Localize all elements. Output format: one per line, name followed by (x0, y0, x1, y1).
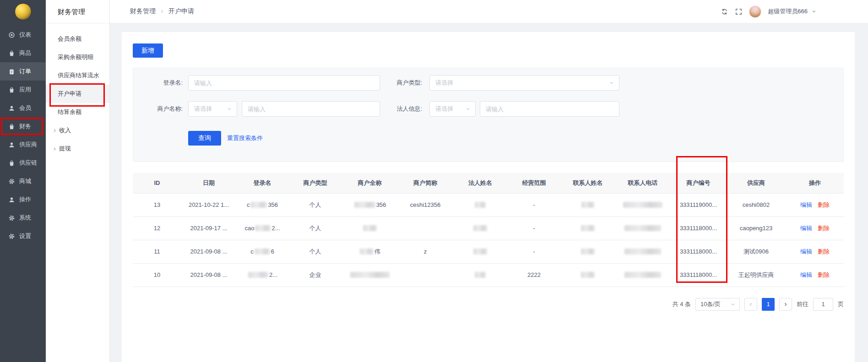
chevron-down-icon[interactable] (811, 9, 817, 14)
cell-text: 王起明供应商 (738, 271, 774, 278)
table-cell (561, 216, 615, 240)
submenu-item-开户申请[interactable]: 开户申请 (46, 85, 109, 103)
table-cell (615, 216, 671, 240)
column-header-商户简称: 商户简称 (397, 173, 453, 193)
edit-link[interactable]: 编辑 (800, 248, 812, 255)
chevron-right-icon (159, 9, 165, 14)
submenu-item-供应商结算流水[interactable]: 供应商结算流水 (46, 66, 109, 85)
top-header: 财务管理 开户申请 超级管理员666 (110, 0, 868, 23)
table-cell: 356 (342, 193, 397, 216)
table-cell: 12 (133, 216, 181, 240)
submenu-item-提现[interactable]: 提现 (46, 140, 109, 158)
next-page-button[interactable] (779, 298, 792, 311)
sidebar-item-财务[interactable]: 财务 (0, 117, 46, 135)
user-name[interactable]: 超级管理员666 (768, 7, 808, 16)
redacted-text (473, 225, 487, 231)
page-size-select[interactable]: 10条/页 (695, 298, 740, 311)
table-cell: 2222 (507, 263, 561, 286)
gear-icon (8, 233, 15, 240)
user-icon (8, 141, 15, 148)
sidebar-item-label: 操作 (19, 195, 31, 204)
column-header-ID: ID (133, 173, 181, 193)
app-root: 仪表商品订单应用会员财务供应商供应链商城操作系统设置 财务管理 会员余额采购余额… (0, 0, 868, 362)
legal-info-select[interactable]: 请选择 (429, 101, 476, 117)
merchant-type-select[interactable]: 请选择 (429, 75, 619, 91)
delete-link[interactable]: 删除 (818, 271, 830, 278)
edit-link[interactable]: 编辑 (800, 201, 812, 208)
column-header-商户全称: 商户全称 (342, 173, 397, 193)
redacted-text (360, 249, 374, 254)
cell-text: 2021-09-17 ... (190, 225, 228, 232)
sidebar-item-供应链[interactable]: 供应链 (0, 154, 46, 172)
primary-sidebar: 仪表商品订单应用会员财务供应商供应链商城操作系统设置 (0, 0, 46, 362)
cell-text: - (533, 248, 535, 255)
applications-table: ID日期登录名商户类型商户全称商户简称法人姓名经营范围联系人姓名联系人电话商户编… (133, 173, 844, 287)
cell-text: 3331119000... (680, 201, 717, 208)
sidebar-item-系统[interactable]: 系统 (0, 209, 46, 227)
submenu-item-采购余额明细[interactable]: 采购余额明细 (46, 48, 109, 66)
submenu-item-会员余额[interactable]: 会员余额 (46, 30, 109, 48)
delete-link[interactable]: 删除 (818, 225, 830, 232)
cell-text: - (533, 225, 535, 232)
submenu-item-收入[interactable]: 收入 (46, 121, 109, 140)
redacted-text (623, 202, 662, 208)
sidebar-item-label: 仪表 (19, 31, 31, 39)
sidebar-item-label: 会员 (19, 104, 31, 112)
delete-link[interactable]: 删除 (818, 201, 830, 208)
filter-panel: 登录名: 商户类型: 请选择 商户名称: 请选择 (133, 68, 844, 162)
redacted-text (250, 202, 267, 208)
cell-text: ceshi0802 (743, 201, 770, 208)
table-cell: 10 (133, 263, 181, 286)
column-header-商户编号: 商户编号 (671, 173, 726, 193)
sidebar-item-仪表[interactable]: 仪表 (0, 26, 46, 44)
refresh-icon[interactable] (721, 8, 728, 16)
sidebar-item-操作[interactable]: 操作 (0, 190, 46, 209)
header-actions: 超级管理员666 (721, 5, 817, 18)
edit-link[interactable]: 编辑 (800, 225, 812, 232)
delete-link[interactable]: 删除 (818, 248, 830, 255)
sidebar-item-商城[interactable]: 商城 (0, 172, 46, 190)
chevron-down-icon (227, 106, 232, 112)
submenu-item-label: 采购余额明细 (58, 53, 93, 61)
sidebar-item-label: 订单 (19, 67, 31, 76)
table-cell (453, 193, 507, 216)
submenu-item-结算余额[interactable]: 结算余额 (46, 103, 109, 121)
goto-page-input[interactable] (813, 298, 833, 311)
user-avatar[interactable] (749, 5, 761, 18)
sidebar-item-label: 商品 (19, 49, 31, 57)
edit-link[interactable]: 编辑 (800, 271, 812, 278)
cell-text: 2... (271, 225, 280, 232)
fullscreen-icon[interactable] (735, 8, 743, 16)
sidebar-item-会员[interactable]: 会员 (0, 99, 46, 117)
cell-text: z (424, 248, 427, 255)
logo-container (0, 0, 46, 21)
sidebar-item-订单[interactable]: 订单 (0, 62, 46, 81)
login-input[interactable] (188, 75, 380, 91)
reset-search-link[interactable]: 重置搜索条件 (227, 134, 263, 142)
sidebar-item-商品[interactable]: 商品 (0, 44, 46, 62)
gauge-icon (8, 32, 15, 38)
breadcrumb-item-finance[interactable]: 财务管理 (130, 7, 156, 16)
chevron-down-icon (465, 106, 471, 112)
sidebar-item-设置[interactable]: 设置 (0, 227, 46, 245)
app-logo[interactable] (15, 3, 32, 20)
redacted-text (354, 202, 375, 208)
merchant-name-select[interactable]: 请选择 (188, 101, 237, 117)
merchant-name-input[interactable] (242, 101, 380, 117)
table-cell (561, 193, 615, 216)
legal-info-input[interactable] (480, 101, 619, 117)
secondary-sidebar: 财务管理 会员余额采购余额明细供应商结算流水开户申请结算余额收入提现 (46, 0, 110, 362)
redacted-text (581, 202, 594, 208)
search-button[interactable]: 查询 (188, 131, 221, 146)
sidebar-item-应用[interactable]: 应用 (0, 81, 46, 99)
page-number-1[interactable]: 1 (762, 298, 775, 311)
column-header-登录名: 登录名 (236, 173, 288, 193)
cell-text: ceshi12356 (410, 201, 441, 208)
merchant-type-label: 商户类型: (380, 75, 429, 91)
table-cell (342, 263, 397, 286)
sidebar-item-供应商[interactable]: 供应商 (0, 135, 46, 154)
prev-page-button[interactable] (744, 298, 757, 311)
table-cell: 3331118000... (671, 263, 726, 286)
add-button[interactable]: 新增 (133, 43, 163, 58)
table-cell: 3331119000... (671, 193, 726, 216)
